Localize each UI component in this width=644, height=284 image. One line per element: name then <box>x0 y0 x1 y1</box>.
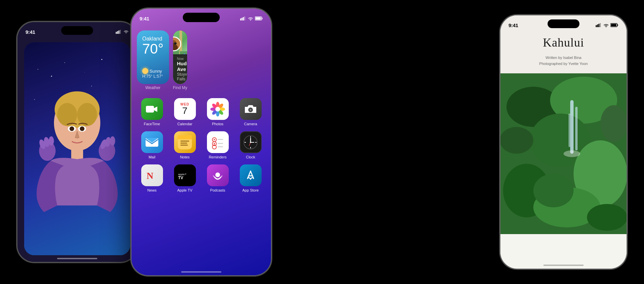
status-icons-left <box>116 30 129 34</box>
findmy-city: Stuyvesant Falls <box>177 72 183 81</box>
widgets-row: Oakland 70° Sunny H:75° L:57° Weather <box>137 30 266 90</box>
svg-point-11 <box>80 127 85 131</box>
star-7 <box>85 72 85 73</box>
svg-rect-21 <box>240 18 241 20</box>
star-1 <box>38 69 38 70</box>
book-photographed-by: Photographed by Yvette Yoon <box>508 61 619 67</box>
app-reminders[interactable]: Reminders <box>203 131 233 159</box>
svg-rect-106 <box>569 114 570 147</box>
svg-rect-27 <box>262 18 263 19</box>
time-center: 9:41 <box>140 16 149 21</box>
notes-label: Notes <box>180 155 190 159</box>
svg-rect-65 <box>210 134 226 150</box>
facetime-label: FaceTime <box>144 122 160 126</box>
home-indicator-left <box>57 258 97 259</box>
signal-icon-left <box>116 30 122 34</box>
svg-point-67 <box>214 139 215 140</box>
phone-right-content: 9:41 <box>500 15 627 269</box>
svg-rect-22 <box>241 18 243 20</box>
svg-point-53 <box>215 107 220 112</box>
center-content: Oakland 70° Sunny H:75° L:57° Weather <box>131 27 271 275</box>
status-bar-left: 9:41 <box>17 22 137 39</box>
wifi-icon-center <box>248 16 253 20</box>
svg-point-110 <box>533 174 574 207</box>
clock-icon <box>240 131 262 153</box>
podcasts-svg <box>211 169 224 182</box>
phone-left-content: 9:41 <box>17 22 137 262</box>
appletv-svg: apple TV + <box>177 170 192 181</box>
svg-rect-90 <box>597 24 598 27</box>
mail-label: Mail <box>149 155 155 159</box>
reminders-icon <box>207 131 229 153</box>
calendar-label: Calendar <box>177 122 193 126</box>
weather-desc: Sunny <box>150 69 162 74</box>
photos-label: Photos <box>212 122 223 126</box>
svg-rect-89 <box>596 25 597 27</box>
app-calendar[interactable]: WED 7 Calendar <box>170 98 200 126</box>
app-photos[interactable]: Photos <box>203 98 233 126</box>
notes-icon <box>174 131 196 153</box>
book-image <box>500 73 627 234</box>
podcasts-icon <box>207 164 229 186</box>
camera-svg <box>244 104 257 114</box>
svg-text:TV: TV <box>178 175 183 180</box>
app-clock[interactable]: Clock <box>235 131 266 159</box>
app-facetime[interactable]: FaceTime <box>137 98 167 126</box>
news-label: News <box>147 188 157 192</box>
svg-text:N: N <box>147 170 153 181</box>
weather-widget[interactable]: Oakland 70° Sunny H:75° L:57° Weather <box>137 30 169 90</box>
weather-condition: Sunny <box>142 68 164 74</box>
svg-point-83 <box>250 142 251 143</box>
home-indicator-right <box>543 265 584 266</box>
svg-point-7 <box>77 103 97 126</box>
app-camera[interactable]: Camera <box>235 98 266 126</box>
svg-point-25 <box>250 20 251 21</box>
appletv-label: Apple TV <box>177 188 192 192</box>
portrait-image <box>24 42 130 255</box>
status-icons-center <box>240 16 263 20</box>
svg-text:+: + <box>185 172 186 176</box>
svg-point-88 <box>215 172 220 177</box>
wifi-icon-left <box>123 30 129 34</box>
app-news[interactable]: N News <box>137 164 167 192</box>
camera-icon <box>240 98 262 120</box>
svg-rect-105 <box>575 107 578 150</box>
sun-icon <box>142 68 148 74</box>
battery-icon-right <box>610 23 619 27</box>
star-3 <box>64 62 65 63</box>
podcasts-label: Podcasts <box>210 188 225 192</box>
svg-point-10 <box>69 127 74 131</box>
dynamic-island-center <box>183 13 220 22</box>
svg-rect-104 <box>570 100 574 154</box>
app-appstore[interactable]: App Store <box>235 164 266 192</box>
app-appletv[interactable]: apple TV + Apple TV <box>170 164 200 192</box>
app-mail[interactable]: Mail <box>137 131 167 159</box>
app-podcasts[interactable]: Podcasts <box>203 164 233 192</box>
app-notes[interactable]: Notes <box>170 131 200 159</box>
findmy-widget-container[interactable]: Kinderhook LIND... 25A <box>173 30 187 90</box>
reminders-label: Reminders <box>209 155 226 159</box>
weather-hl: H:75° L:57° <box>142 74 164 79</box>
appstore-label: App Store <box>243 188 259 192</box>
book-written-by: Written by Isabel Bina <box>508 55 619 61</box>
appstore-icon <box>240 164 262 186</box>
svg-rect-61 <box>178 135 192 139</box>
findmy-label: Find My <box>173 85 187 90</box>
time-right: 9:41 <box>508 22 518 28</box>
findmy-info: Now Hudson Ave Stuyvesant Falls <box>173 54 187 84</box>
svg-rect-3 <box>120 30 121 34</box>
svg-rect-24 <box>244 16 245 20</box>
signal-icon-right <box>596 23 602 27</box>
phone-left: 9:41 <box>17 21 138 263</box>
findmy-street: Hudson Ave <box>177 61 183 72</box>
app-grid: FaceTime WED 7 Calendar <box>137 98 266 192</box>
home-indicator-center <box>181 271 221 273</box>
svg-point-107 <box>564 150 580 157</box>
svg-rect-95 <box>618 24 618 26</box>
svg-point-93 <box>606 26 607 27</box>
svg-rect-71 <box>218 143 223 144</box>
portrait-svg <box>24 74 130 255</box>
battery-icon-center <box>255 16 263 20</box>
svg-rect-73 <box>218 146 223 147</box>
wifi-icon-right <box>603 23 609 27</box>
